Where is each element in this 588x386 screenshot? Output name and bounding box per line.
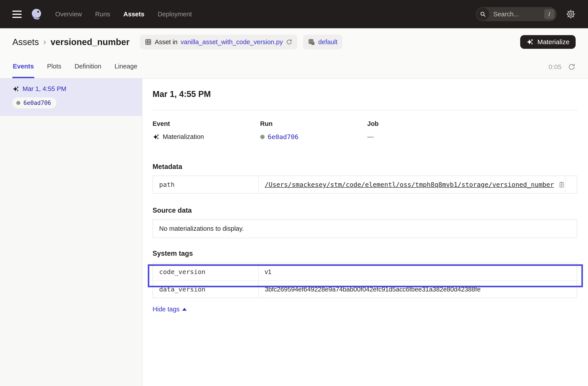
event-detail-title: Mar 1, 4:55 PM [153, 89, 577, 99]
search-shortcut-badge: / [544, 9, 554, 19]
event-list-sidebar: Mar 1, 4:55 PM 6e0ad706 [0, 79, 143, 386]
event-column: Event Materialization [153, 120, 260, 141]
metadata-path-link[interactable]: /Users/smackesey/stm/code/elementl/oss/t… [265, 181, 554, 188]
search-icon [476, 8, 489, 20]
materialize-button-label: Materialize [537, 38, 569, 46]
tab-plots[interactable]: Plots [47, 56, 62, 78]
tab-definition[interactable]: Definition [74, 56, 102, 78]
event-detail-pane: Mar 1, 4:55 PM Event Materialization Run [143, 79, 588, 386]
search-placeholder: Search... [493, 11, 519, 18]
nav-item-deployment[interactable]: Deployment [158, 11, 192, 18]
hide-tags-link[interactable]: Hide tags [153, 306, 187, 313]
tab-events[interactable]: Events [12, 56, 34, 78]
job-column: Job — [367, 120, 577, 141]
breadcrumb-asset-name: versioned_number [51, 37, 130, 47]
nav-item-overview[interactable]: Overview [55, 11, 82, 18]
run-column-label: Run [260, 120, 367, 127]
primary-nav: Overview Runs Assets Deployment [55, 11, 192, 18]
event-type-value: Materialization [163, 133, 204, 141]
group-link[interactable]: default [318, 39, 337, 46]
event-list-item[interactable]: Mar 1, 4:55 PM 6e0ad706 [0, 79, 142, 116]
asset-in-label: Asset in [155, 39, 178, 46]
run-column: Run 6e0ad706 [260, 120, 367, 141]
settings-gear-icon[interactable] [566, 9, 576, 19]
search-input[interactable]: Search... / [476, 7, 557, 21]
sparkle-icon [526, 38, 534, 46]
source-data-heading: Source data [153, 206, 577, 214]
copy-clipboard-icon[interactable] [558, 181, 565, 188]
nav-item-assets[interactable]: Assets [124, 11, 145, 18]
job-column-label: Job [367, 120, 577, 127]
table-row-data-version: data_version 3bfc269594ef649228e9a74bab0… [153, 281, 577, 298]
divider [153, 110, 577, 110]
run-status-dot-icon [260, 135, 265, 139]
metadata-actions-cell [565, 176, 577, 193]
table-grid-icon [145, 39, 152, 45]
asset-tabs-bar: Events Plots Definition Lineage 0:05 [0, 56, 588, 79]
run-id-pill[interactable]: 6e0ad706 [12, 97, 56, 108]
tag-value: v1 [259, 263, 577, 281]
top-nav: Overview Runs Assets Deployment Search..… [0, 0, 588, 28]
asset-group-icon [308, 39, 315, 45]
hide-tags-label: Hide tags [153, 306, 180, 313]
tag-key: data_version [153, 281, 259, 298]
metadata-heading: Metadata [153, 163, 577, 171]
refresh-button[interactable] [568, 63, 576, 71]
event-column-label: Event [153, 120, 260, 127]
system-tags-heading: System tags [153, 249, 577, 258]
system-tags-table: code_version v1 data_version 3bfc269594e… [153, 263, 577, 298]
materialize-button[interactable]: Materialize [520, 35, 576, 49]
table-row: path /Users/smackesey/stm/code/elementl/… [153, 176, 577, 193]
collapse-caret-icon [182, 308, 187, 311]
dagster-logo-icon[interactable] [30, 8, 42, 20]
job-empty-value: — [367, 133, 374, 141]
table-row-code-version: code_version v1 [153, 263, 577, 281]
materialization-sparkle-icon [153, 133, 160, 141]
tag-value: 3bfc269594ef649228e9a74bab00f042efc91d5a… [259, 281, 577, 298]
reload-definition-icon[interactable] [286, 39, 293, 45]
source-data-empty-message: No materializations to display. [153, 219, 577, 238]
breadcrumb-chevron-icon: › [43, 37, 46, 47]
metadata-table: path /Users/smackesey/stm/code/elementl/… [153, 176, 577, 194]
refresh-timer: 0:05 [549, 63, 562, 71]
hamburger-menu-icon[interactable] [12, 11, 22, 18]
tab-lineage[interactable]: Lineage [114, 56, 138, 78]
asset-header: Assets › versioned_number Asset in vanil… [0, 28, 588, 56]
materialization-sparkle-icon [12, 85, 20, 93]
asset-definition-badge: Asset in vanilla_asset_with_code_version… [140, 35, 297, 49]
run-id-label: 6e0ad706 [23, 100, 51, 106]
tag-key: code_version [153, 263, 259, 281]
asset-file-link[interactable]: vanilla_asset_with_code_version.py [181, 39, 283, 46]
metadata-key: path [153, 176, 259, 193]
run-id-link[interactable]: 6e0ad706 [268, 133, 299, 141]
run-status-dot-icon [16, 101, 20, 105]
breadcrumb-assets-link[interactable]: Assets [12, 37, 39, 47]
asset-group-badge: default [303, 35, 342, 49]
nav-item-runs[interactable]: Runs [95, 11, 110, 18]
refresh-icon [568, 63, 576, 71]
event-timestamp-link: Mar 1, 4:55 PM [22, 85, 66, 93]
